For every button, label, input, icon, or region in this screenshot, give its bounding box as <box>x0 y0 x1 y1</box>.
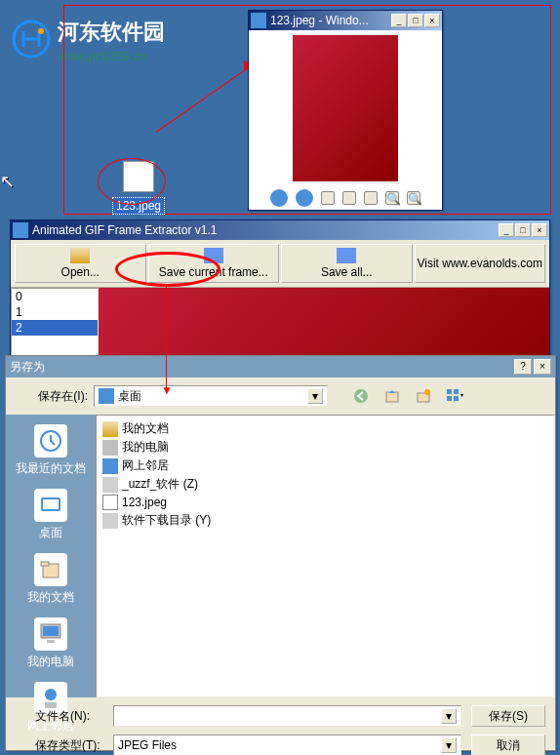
actual-button[interactable] <box>342 191 356 205</box>
save-button[interactable]: 保存(S) <box>471 705 545 727</box>
save-in-label: 保存在(I): <box>16 388 88 405</box>
watermark-logo-icon <box>12 20 51 61</box>
dropdown-button[interactable]: ▾ <box>307 388 323 404</box>
file-list[interactable]: 我的文档 我的电脑 网上邻居 _uzzf_软件 (Z) 123.jpeg 软件下… <box>96 415 555 697</box>
dropdown-button[interactable]: ▾ <box>441 737 457 753</box>
viewer-canvas <box>249 30 442 186</box>
file-name: _uzzf_软件 (Z) <box>122 476 198 493</box>
minimize-button[interactable]: _ <box>391 14 407 27</box>
documents-icon <box>34 553 67 586</box>
drive-icon <box>102 513 118 529</box>
folder-icon <box>70 248 90 263</box>
save-current-button[interactable]: Save current frame... <box>148 244 280 283</box>
minimize-button[interactable]: _ <box>499 223 514 237</box>
save-as-dialog: 另存为 ? × 保存在(I): 桌面 ▾ 我最近的文档 桌面 <box>5 355 556 751</box>
sidebar-label: 我的文档 <box>27 589 74 606</box>
frame-item[interactable]: 1 <box>12 304 98 320</box>
svg-rect-3 <box>386 392 398 402</box>
zoom-in-button[interactable]: 🔍 <box>385 191 399 205</box>
svg-rect-14 <box>41 562 49 566</box>
close-button[interactable]: × <box>532 223 547 237</box>
zoom-out-button[interactable]: 🔍 <box>407 191 420 205</box>
file-item[interactable]: 软件下载目录 (Y) <box>100 511 550 530</box>
annotation-arrowhead: ▼ <box>161 383 173 397</box>
new-folder-button[interactable] <box>414 386 433 406</box>
image-file-icon <box>102 495 118 510</box>
disk-icon <box>337 248 356 263</box>
open-button[interactable]: Open... <box>15 244 146 283</box>
svg-rect-7 <box>454 389 459 394</box>
svg-rect-16 <box>43 626 59 636</box>
file-name: 我的文档 <box>122 420 169 437</box>
frame-item[interactable]: 0 <box>12 289 98 304</box>
visit-button[interactable]: Visit www.evanolds.com <box>415 244 546 283</box>
dropdown-button[interactable]: ▾ <box>441 708 457 724</box>
gif-titlebar[interactable]: Animated GIF Frame Extractor v1.1 _ □ × <box>11 220 549 240</box>
sidebar-documents[interactable]: 我的文档 <box>27 549 74 610</box>
sidebar-desktop[interactable]: 桌面 <box>34 485 67 545</box>
file-item[interactable]: 123.jpeg <box>100 494 550 511</box>
file-item[interactable]: _uzzf_软件 (Z) <box>100 475 550 494</box>
sidebar-label: 桌面 <box>34 525 67 541</box>
viewer-titlebar[interactable]: 123.jpeg - Windo... _ □ × <box>249 11 442 30</box>
close-button[interactable]: × <box>534 359 551 375</box>
up-button[interactable] <box>382 386 402 406</box>
filename-input[interactable]: ▾ <box>113 705 461 727</box>
file-item[interactable]: 网上邻居 <box>100 457 550 475</box>
file-name: 软件下载目录 (Y) <box>122 512 211 529</box>
fit-button[interactable] <box>321 191 335 205</box>
save-all-label: Save all... <box>321 265 373 279</box>
gif-title: Animated GIF Frame Extractor v1.1 <box>32 223 499 237</box>
filetype-value: JPEG Files <box>118 738 177 752</box>
view-menu-button[interactable] <box>445 386 464 406</box>
file-item[interactable]: 我的文档 <box>100 419 550 438</box>
svg-rect-12 <box>43 499 59 509</box>
network-icon <box>102 458 118 474</box>
svg-rect-6 <box>447 389 452 394</box>
viewer-image <box>293 35 398 181</box>
places-sidebar: 我最近的文档 桌面 我的文档 我的电脑 网上邻居 <box>6 415 96 697</box>
prev-button[interactable] <box>270 189 288 207</box>
image-viewer-window: 123.jpeg - Windo... _ □ × 🔍 🔍 <box>248 10 443 211</box>
svg-rect-8 <box>447 396 452 401</box>
gif-extractor-window: Animated GIF Frame Extractor v1.1 _ □ × … <box>10 219 550 366</box>
frame-item[interactable]: 2 <box>12 320 98 336</box>
back-button[interactable] <box>351 386 371 406</box>
sidebar-computer[interactable]: 我的电脑 <box>27 614 74 674</box>
slideshow-button[interactable] <box>364 191 378 205</box>
save-current-label: Save current frame... <box>159 265 268 279</box>
maximize-button[interactable]: □ <box>515 223 531 237</box>
svg-point-18 <box>45 689 57 700</box>
location-text: 桌面 <box>118 388 307 405</box>
computer-icon <box>102 440 118 456</box>
file-name: 网上邻居 <box>122 457 169 474</box>
sidebar-recent[interactable]: 我最近的文档 <box>16 420 86 481</box>
cancel-button[interactable]: 取消 <box>471 735 545 755</box>
next-button[interactable] <box>296 189 313 207</box>
svg-point-5 <box>424 389 430 395</box>
save-all-button[interactable]: Save all... <box>281 244 413 283</box>
location-combo[interactable]: 桌面 ▾ <box>94 385 328 407</box>
svg-rect-9 <box>454 396 459 401</box>
drive-icon <box>102 477 118 493</box>
saveas-titlebar[interactable]: 另存为 ? × <box>6 356 555 378</box>
file-item[interactable]: 我的电脑 <box>100 438 550 457</box>
close-button[interactable]: × <box>424 14 440 27</box>
viewer-toolbar: 🔍 🔍 <box>249 186 442 210</box>
filetype-combo[interactable]: JPEG Files▾ <box>113 735 461 755</box>
svg-point-1 <box>38 28 44 34</box>
computer-icon <box>34 617 67 651</box>
gif-app-icon <box>13 222 28 238</box>
filetype-label: 保存类型(T): <box>16 737 113 754</box>
folder-icon <box>102 421 118 437</box>
help-button[interactable]: ? <box>514 359 532 375</box>
gif-toolbar: Open... Save current frame... Save all..… <box>11 240 549 288</box>
visit-label: Visit www.evanolds.com <box>418 257 543 270</box>
desktop-icon <box>34 489 67 522</box>
maximize-button[interactable]: □ <box>408 14 423 27</box>
viewer-app-icon <box>251 13 266 28</box>
annotation-circle <box>98 158 166 205</box>
disk-icon <box>204 248 223 263</box>
sidebar-label: 我最近的文档 <box>16 460 86 477</box>
file-name: 123.jpeg <box>122 496 167 509</box>
